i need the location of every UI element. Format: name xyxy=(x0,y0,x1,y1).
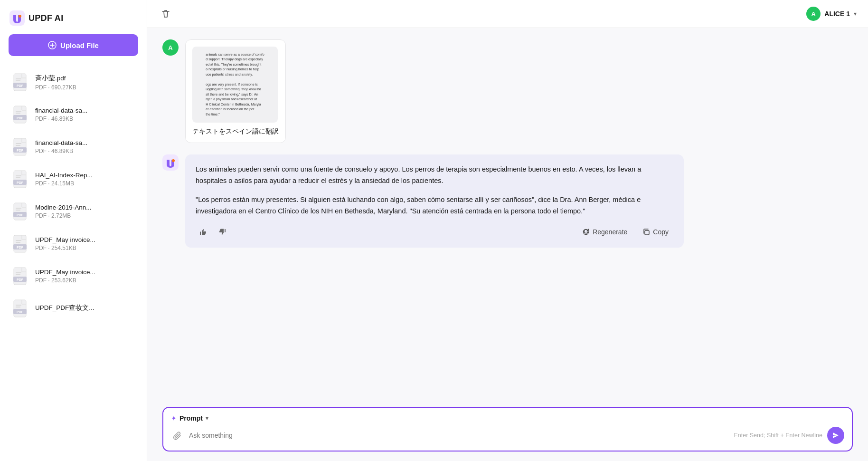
file-info: UPDF_May invoice... PDF · 254.51KB xyxy=(35,236,95,251)
user-message-bubble: animals can serve as a source of comfo d… xyxy=(185,39,286,143)
file-list: PDF 斉小莹.pdf PDF · 690.27KB PDF xyxy=(0,64,147,461)
ai-paragraph-2: "Los perros están muy presentes. Si algu… xyxy=(196,194,673,217)
ai-message: Los animales pueden servir como una fuen… xyxy=(162,154,853,248)
attach-button[interactable] xyxy=(171,429,184,442)
svg-rect-20 xyxy=(14,171,26,188)
svg-text:PDF: PDF xyxy=(17,116,24,120)
send-button[interactable] xyxy=(827,427,844,444)
updf-logo-icon xyxy=(9,10,25,26)
svg-text:PDF: PDF xyxy=(17,278,24,281)
file-name: financial-data-sa... xyxy=(35,107,87,114)
svg-text:PDF: PDF xyxy=(17,246,24,249)
file-meta: PDF · 254.51KB xyxy=(35,245,95,251)
file-item[interactable]: PDF UPDF_May invoice... PDF · 253.62KB xyxy=(4,260,143,292)
thumbs-down-icon xyxy=(218,228,227,236)
file-item[interactable]: PDF HAI_AI-Index-Rep... PDF · 24.15MB xyxy=(4,163,143,195)
svg-rect-47 xyxy=(645,230,649,235)
send-icon xyxy=(832,432,840,439)
svg-rect-15 xyxy=(14,138,26,155)
user-message-text: テキストをスペイン語に翻訳 xyxy=(192,127,279,136)
upload-icon xyxy=(48,41,57,49)
svg-text:PDF: PDF xyxy=(17,213,24,217)
file-meta: PDF · 253.62KB xyxy=(35,277,95,284)
svg-rect-35 xyxy=(14,268,26,285)
top-bar: A ALICE 1 ▾ xyxy=(147,0,868,28)
svg-text:PDF: PDF xyxy=(17,149,24,152)
svg-rect-5 xyxy=(14,74,26,91)
svg-text:PDF: PDF xyxy=(17,310,24,314)
chat-area: A animals can serve as a source of comfo… xyxy=(147,28,868,399)
svg-rect-40 xyxy=(14,300,26,317)
main-panel: A ALICE 1 ▾ A animals can serve as a sou… xyxy=(147,0,868,461)
prompt-star-icon: ✦ xyxy=(171,414,177,422)
logo-bar: UPDF AI xyxy=(0,0,147,34)
file-info: Modine-2019-Ann... PDF · 2.72MB xyxy=(35,204,92,219)
user-menu[interactable]: A ALICE 1 ▾ xyxy=(806,7,857,21)
trash-icon xyxy=(160,9,171,19)
file-name: UPDF_May invoice... xyxy=(35,269,95,276)
file-meta: PDF · 690.27KB xyxy=(35,84,76,91)
user-message-avatar: A xyxy=(162,39,179,56)
ai-actions: Regenerate Copy xyxy=(196,226,673,238)
input-box: ✦ Prompt ▾ Enter Send; Shift + Enter New… xyxy=(162,407,853,451)
file-meta: PDF · 46.89KB xyxy=(35,148,87,154)
prompt-row: ✦ Prompt ▾ xyxy=(171,414,844,422)
pdf-preview: animals can serve as a source of comfo d… xyxy=(192,47,278,123)
prompt-dropdown-icon[interactable]: ▾ xyxy=(206,415,208,422)
svg-text:PDF: PDF xyxy=(17,181,24,184)
file-item[interactable]: PDF financial-data-sa... PDF · 46.89KB xyxy=(4,99,143,130)
file-icon: PDF xyxy=(12,234,29,254)
file-item[interactable]: PDF UPDF_PDF查妆文... xyxy=(4,293,143,324)
user-avatar: A xyxy=(806,7,821,21)
file-icon: PDF xyxy=(12,266,29,286)
file-item[interactable]: PDF Modine-2019-Ann... PDF · 2.72MB xyxy=(4,196,143,227)
file-name: Modine-2019-Ann... xyxy=(35,204,92,211)
file-item[interactable]: PDF 斉小莹.pdf PDF · 690.27KB xyxy=(4,67,143,98)
input-row: Enter Send; Shift + Enter Newline xyxy=(171,427,844,444)
prompt-label: Prompt xyxy=(179,414,203,422)
thumbs-up-button[interactable] xyxy=(196,226,210,238)
pdf-preview-text: animals can serve as a source of comfo d… xyxy=(206,52,264,117)
user-name: ALICE 1 xyxy=(824,10,850,18)
ai-message-text: Los animales pueden servir como una fuen… xyxy=(196,164,673,217)
ai-paragraph-1: Los animales pueden servir como una fuen… xyxy=(196,164,673,187)
file-item[interactable]: PDF UPDF_May invoice... PDF · 254.51KB xyxy=(4,228,143,259)
file-icon: PDF xyxy=(12,298,29,318)
svg-rect-45 xyxy=(162,154,179,171)
thumbs-down-button[interactable] xyxy=(216,226,230,238)
file-name: UPDF_PDF查妆文... xyxy=(35,304,94,312)
copy-button[interactable]: Copy xyxy=(638,226,673,238)
file-name: HAI_AI-Index-Rep... xyxy=(35,172,93,179)
svg-rect-25 xyxy=(14,203,26,220)
file-icon: PDF xyxy=(12,169,29,189)
chevron-down-icon: ▾ xyxy=(854,10,857,17)
delete-button[interactable] xyxy=(159,7,173,21)
ask-input[interactable] xyxy=(189,432,729,439)
regenerate-button[interactable]: Regenerate xyxy=(577,226,632,238)
file-name: financial-data-sa... xyxy=(35,139,87,146)
file-info: financial-data-sa... PDF · 46.89KB xyxy=(35,139,87,154)
input-hint: Enter Send; Shift + Enter Newline xyxy=(734,432,822,439)
file-meta: PDF · 24.15MB xyxy=(35,180,93,187)
svg-rect-30 xyxy=(14,235,26,252)
file-icon: PDF xyxy=(12,105,29,125)
sidebar: UPDF AI Upload File PDF 斉小莹.pdf xyxy=(0,0,147,461)
ai-avatar xyxy=(162,154,179,171)
svg-rect-0 xyxy=(9,10,25,26)
copy-icon xyxy=(642,228,650,236)
file-name: UPDF_May invoice... xyxy=(35,236,95,243)
ai-avatar-icon xyxy=(162,154,179,171)
user-message: A animals can serve as a source of comfo… xyxy=(162,39,853,143)
app-title: UPDF AI xyxy=(28,13,63,23)
svg-point-46 xyxy=(172,159,175,162)
svg-text:PDF: PDF xyxy=(17,84,24,87)
file-info: UPDF_May invoice... PDF · 253.62KB xyxy=(35,269,95,284)
input-area: ✦ Prompt ▾ Enter Send; Shift + Enter New… xyxy=(147,399,868,461)
upload-button[interactable]: Upload File xyxy=(9,34,138,56)
file-info: financial-data-sa... PDF · 46.89KB xyxy=(35,107,87,122)
file-info: UPDF_PDF查妆文... xyxy=(35,304,94,314)
file-meta: PDF · 46.89KB xyxy=(35,115,87,122)
file-item[interactable]: PDF financial-data-sa... PDF · 46.89KB xyxy=(4,131,143,163)
paperclip-icon xyxy=(173,431,182,440)
file-icon: PDF xyxy=(12,72,29,92)
